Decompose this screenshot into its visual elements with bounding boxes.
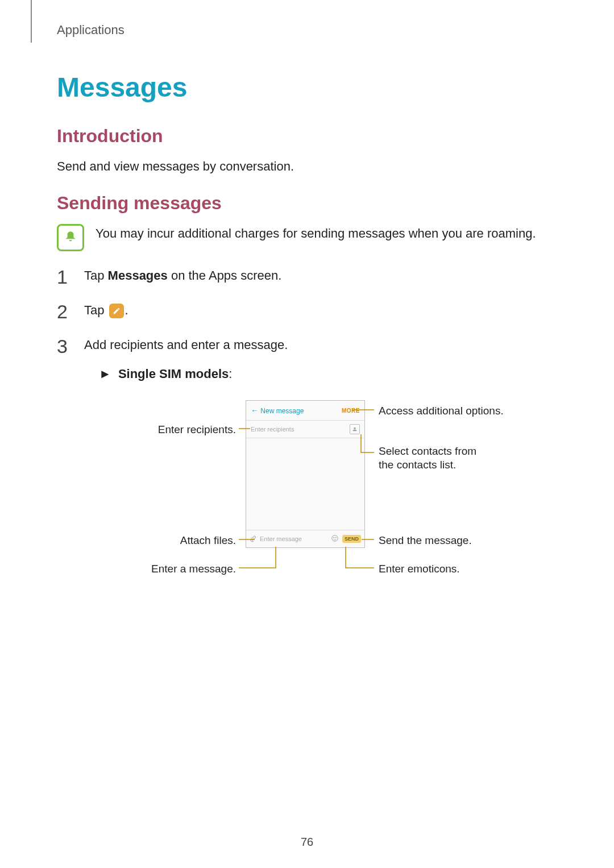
phone-titlebar: ← New message MORE [246,401,364,421]
step-1-pre: Tap [84,268,108,283]
send-button: SEND [342,535,361,543]
bell-icon [57,224,84,251]
recipients-row: Enter recipients [246,421,364,438]
triangle-icon: ► [99,367,115,381]
step-3-subnote: ► Single SIM models: [99,364,557,383]
step-1-app: Messages [108,268,168,283]
page-number: 76 [0,836,614,849]
step-3-text: Add recipients and enter a message. [84,338,288,352]
section-heading-sending: Sending messages [57,193,557,214]
svg-point-2 [335,537,336,538]
document-page: Applications Messages Introduction Send … [0,0,614,868]
steps-list: Tap Messages on the Apps screen. Tap . A… [57,266,557,383]
attach-icon [250,533,256,545]
label-enter-message: Enter a message. [142,562,236,576]
intro-text: Send and view messages by conversation. [57,157,557,176]
svg-point-1 [334,537,334,538]
breadcrumb: Applications [57,23,557,38]
step-2: Tap . [57,301,557,319]
contacts-icon [350,424,360,434]
diagram: ← New message MORE Enter recipients Ente… [102,400,512,582]
compose-icon [109,304,124,318]
label-enter-recipients: Enter recipients. [154,423,236,437]
more-button: MORE [342,408,360,414]
phone-title: New message [260,407,304,415]
phone-mock: ← New message MORE Enter recipients Ente… [246,400,365,548]
recipients-placeholder: Enter recipients [251,426,294,433]
label-send-message: Send the message. [379,534,472,547]
label-attach-files: Attach files. [154,534,236,547]
step-2-pre: Tap [84,303,108,317]
label-access-options: Access additional options. [379,404,504,418]
message-placeholder: Enter message [260,535,327,542]
step-3: Add recipients and enter a message. ► Si… [57,335,557,383]
label-select-contacts: Select contacts from the contacts list. [379,445,492,472]
step-2-post: . [125,303,128,317]
label-enter-emoticons: Enter emoticons. [379,562,460,576]
step-1-post: on the Apps screen. [168,268,282,283]
back-arrow-icon: ← New message [251,406,304,415]
subnote-strong: Single SIM models [118,367,229,381]
note-text: You may incur additional charges for sen… [96,224,536,243]
note-callout: You may incur additional charges for sen… [57,224,557,251]
step-1: Tap Messages on the Apps screen. [57,266,557,285]
header-rule [31,0,32,43]
compose-bar: Enter message SEND [246,530,364,547]
subnote-post: : [229,367,232,381]
svg-point-0 [332,535,338,541]
emoticon-icon [331,533,339,545]
section-heading-introduction: Introduction [57,126,557,147]
page-title: Messages [57,72,557,103]
